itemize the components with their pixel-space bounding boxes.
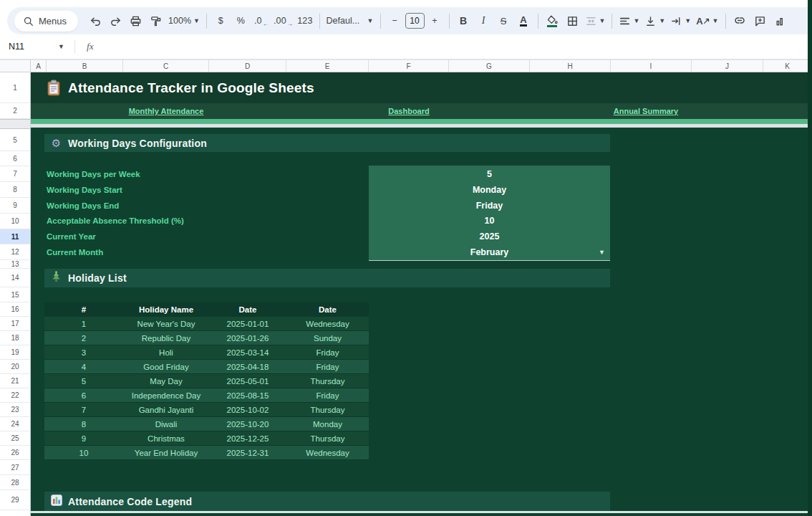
holiday-cell[interactable]: Thursday <box>286 431 369 445</box>
holiday-cell[interactable]: 2025-08-15 <box>209 388 286 402</box>
row-header-24[interactable]: 24 <box>0 417 30 431</box>
row-header-19[interactable]: 19 <box>0 345 30 360</box>
holiday-cell[interactable]: Friday <box>286 388 369 402</box>
config-label-cell[interactable]: Working Days Start <box>47 182 122 198</box>
nav-link-dashboard[interactable]: Dashboard <box>388 103 429 119</box>
holiday-cell[interactable]: Thursday <box>286 374 369 388</box>
row-header-18[interactable]: 18 <box>0 331 30 345</box>
row-header-25[interactable]: 25 <box>0 431 30 446</box>
holiday-cell[interactable]: 2 <box>44 331 123 345</box>
row-header-8[interactable]: 8 <box>0 182 30 198</box>
zoom-select[interactable]: 100% ▼ <box>166 11 202 31</box>
column-header-K[interactable]: K <box>763 60 812 72</box>
font-size-input[interactable]: 10 <box>405 13 425 29</box>
merge-cells-button[interactable]: ▼ <box>583 11 608 31</box>
holiday-cell[interactable]: 2025-12-31 <box>209 446 286 459</box>
column-header-E[interactable]: E <box>286 60 369 72</box>
decrease-font-size-button[interactable]: − <box>385 11 405 31</box>
row-header-27[interactable]: 27 <box>0 460 30 475</box>
holiday-row-1[interactable]: 1New Year's Day2025-01-01Wednesday <box>44 317 369 331</box>
menus-button[interactable]: Menus <box>14 11 78 32</box>
row-header-28[interactable]: 28 <box>0 475 30 490</box>
insert-comment-button[interactable] <box>750 11 770 31</box>
row-header-9[interactable]: 9 <box>0 198 30 214</box>
holiday-row-7[interactable]: 7Gandhi Jayanti2025-10-02Thursday <box>44 403 369 417</box>
config-value-cell[interactable]: February▼ <box>369 244 610 260</box>
row-header-15[interactable]: 15 <box>0 287 30 302</box>
config-value-cell[interactable]: 10 <box>369 213 610 229</box>
holiday-cell[interactable]: Independence Day <box>123 388 209 402</box>
row-header-6[interactable]: 6 <box>0 151 30 166</box>
dropdown-caret-icon[interactable]: ▼ <box>599 249 605 256</box>
section-holiday-list[interactable]: Holiday List <box>44 269 610 287</box>
holiday-cell[interactable]: 2025-10-20 <box>209 417 286 431</box>
row-header-7[interactable]: 7 <box>0 166 30 182</box>
row-header-17[interactable]: 17 <box>0 317 30 331</box>
holiday-row-9[interactable]: 9Christmas2025-12-25Thursday <box>44 431 369 446</box>
row-header-21[interactable]: 21 <box>0 374 30 388</box>
holiday-row-3[interactable]: 3Holi2025-03-14Friday <box>44 345 369 360</box>
insert-link-button[interactable] <box>730 11 750 31</box>
strikethrough-button[interactable]: S <box>494 11 513 31</box>
config-value-cell[interactable]: Monday <box>369 182 610 198</box>
holiday-cell[interactable]: Sunday <box>286 331 369 345</box>
increase-font-size-button[interactable]: + <box>425 11 445 31</box>
text-color-button[interactable]: A <box>514 11 533 31</box>
holiday-cell[interactable]: Diwali <box>123 417 209 431</box>
holiday-cell[interactable]: New Year's Day <box>123 317 209 330</box>
holiday-cell[interactable]: Year End Holiday <box>123 446 209 459</box>
holiday-table-header[interactable]: #Holiday NameDateDate <box>44 302 369 317</box>
section-attendance-code-legend[interactable]: Attendance Code Legend <box>44 492 610 511</box>
column-header-J[interactable]: J <box>692 60 763 72</box>
holiday-cell[interactable]: 5 <box>44 374 123 388</box>
holiday-cell[interactable]: 2025-05-01 <box>209 374 286 388</box>
config-label-cell[interactable]: Current Month <box>47 244 103 260</box>
holiday-cell[interactable]: 8 <box>44 417 123 431</box>
nav-link-monthly-attendance[interactable]: Monthly Attendance <box>129 103 204 119</box>
row-header-11[interactable]: 11 <box>0 229 30 244</box>
text-rotation-button[interactable]: A ▼ <box>694 11 720 31</box>
borders-button[interactable] <box>563 11 582 31</box>
paint-format-button[interactable] <box>146 11 165 31</box>
print-button[interactable] <box>126 11 145 31</box>
row-header-10[interactable]: 10 <box>0 214 30 229</box>
hidden-rows-band[interactable] <box>0 119 30 129</box>
name-box[interactable]: N11 ▼ <box>0 42 70 52</box>
holiday-row-4[interactable]: 4Good Friday2025-04-18Friday <box>44 360 369 374</box>
holiday-cell[interactable]: May Day <box>123 374 209 388</box>
row-header-5[interactable]: 5 <box>0 129 30 151</box>
holiday-cell[interactable]: 4 <box>44 360 123 373</box>
row-header-22[interactable]: 22 <box>0 388 30 403</box>
holiday-cell[interactable]: Monday <box>286 417 369 431</box>
row-header-13[interactable]: 13 <box>0 260 30 269</box>
row-header-26[interactable]: 26 <box>0 446 30 460</box>
row-header-12[interactable]: 12 <box>0 244 30 260</box>
column-header-I[interactable]: I <box>611 60 692 72</box>
decrease-decimal-button[interactable]: .0← <box>251 11 271 31</box>
column-header-C[interactable]: C <box>123 60 209 72</box>
section-working-days-configuration[interactable]: ⚙ Working Days Configuration <box>44 134 610 152</box>
vertical-align-button[interactable]: ▼ <box>642 11 667 31</box>
font-select[interactable]: Defaul... ▼ <box>324 11 376 31</box>
holiday-cell[interactable]: 7 <box>44 403 123 416</box>
holiday-header-cell[interactable]: Date <box>286 302 369 317</box>
horizontal-align-button[interactable]: ▼ <box>617 11 642 31</box>
sheet-title-cell[interactable]: Attendance Tracker in Google Sheets <box>31 72 812 103</box>
increase-decimal-button[interactable]: .00→ <box>271 11 294 31</box>
italic-button[interactable]: I <box>474 11 493 31</box>
config-value-cell[interactable]: 5 <box>369 166 610 182</box>
holiday-row-2[interactable]: 2Republic Day2025-01-26Sunday <box>44 331 369 345</box>
holiday-header-cell[interactable]: Holiday Name <box>123 302 209 317</box>
holiday-cell[interactable]: Republic Day <box>123 331 209 345</box>
nav-link-annual-summary[interactable]: Annual Summary <box>614 103 678 119</box>
holiday-cell[interactable]: 2025-04-18 <box>209 360 286 373</box>
row-header-23[interactable]: 23 <box>0 403 30 417</box>
column-header-F[interactable]: F <box>369 60 449 72</box>
holiday-cell[interactable]: Thursday <box>286 403 369 416</box>
holiday-cell[interactable]: Friday <box>286 360 369 373</box>
holiday-cell[interactable]: Good Friday <box>123 360 209 373</box>
fill-color-button[interactable] <box>543 11 562 31</box>
holiday-cell[interactable]: Wednesday <box>286 317 369 330</box>
holiday-cell[interactable]: Wednesday <box>286 446 369 459</box>
row-header-14[interactable]: 14 <box>0 269 30 287</box>
